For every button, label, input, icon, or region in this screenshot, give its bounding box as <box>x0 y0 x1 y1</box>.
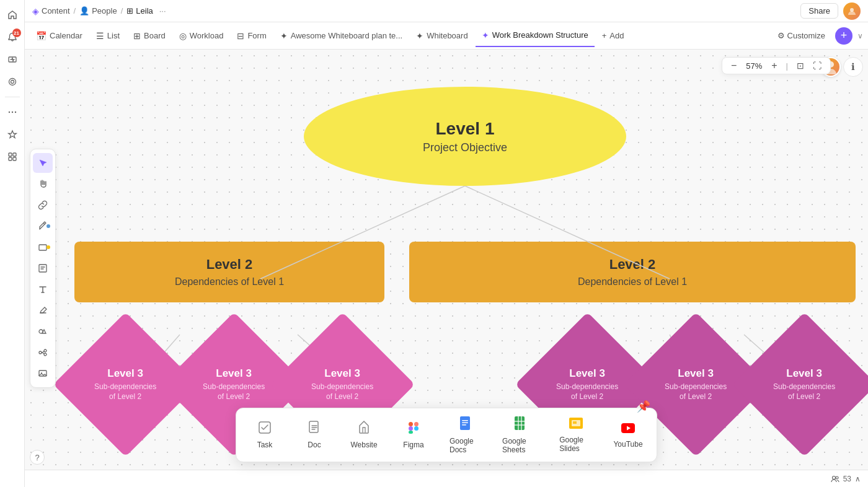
svg-point-33 <box>414 426 418 431</box>
wbs-icon: ✦ <box>482 30 489 40</box>
breadcrumb: ◈ Content / 👤 People / ⊞ Leila ··· <box>32 6 166 16</box>
add-icon: + <box>602 31 607 40</box>
svg-point-5 <box>14 112 16 113</box>
tool-rect[interactable] <box>33 237 53 257</box>
breadcrumb-leila[interactable]: ⊞ Leila <box>126 6 153 15</box>
youtube-embed-label: YouTube <box>613 440 642 449</box>
svg-point-48 <box>832 476 835 479</box>
embed-doc[interactable]: Doc <box>296 418 333 452</box>
breadcrumb-people[interactable]: 👤 People <box>79 6 117 15</box>
tab-board[interactable]: ⊞ Board <box>127 25 172 47</box>
level2-left[interactable]: Level 2 Dependencies of Level 1 <box>74 242 384 302</box>
svg-point-16 <box>44 349 46 352</box>
users-icon <box>831 475 839 483</box>
add-view-tab[interactable]: + + Add Add <box>596 25 631 47</box>
tool-smart[interactable] <box>33 343 53 362</box>
level2-right-subtitle: Dependencies of Level 1 <box>578 276 687 287</box>
breadcrumb-sep-2: / <box>121 6 123 15</box>
level2-right[interactable]: Level 2 Dependencies of Level 1 <box>409 242 856 302</box>
sidebar-item-more[interactable] <box>2 102 22 122</box>
tool-media[interactable] <box>33 364 53 384</box>
tab-awesome-whiteboard[interactable]: ✦ Awesome Whiteboard plan te... <box>274 25 409 47</box>
whiteboard-icon: ✦ <box>416 31 423 41</box>
wbs-diagram: Level 1 Project Objective Level 2 Depend… <box>74 87 856 436</box>
tab-form[interactable]: ⊟ Form <box>231 25 272 47</box>
level1-subtitle: Project Objective <box>423 141 507 154</box>
tool-sticky[interactable] <box>33 258 53 278</box>
rect-dot <box>46 245 50 249</box>
level3-4-sub: Sub-dependenciesof Level 2 <box>556 382 618 401</box>
gdocs-embed-label: Google Docs <box>450 437 480 454</box>
form-icon: ⊟ <box>237 31 244 41</box>
sidebar-item-home[interactable] <box>2 5 22 25</box>
header-more-dots[interactable]: ··· <box>159 6 166 15</box>
gslides-embed-label: Google Slides <box>559 436 592 453</box>
level3-diamond-4-content: Level 3 Sub-dependenciesof Level 2 <box>551 362 623 406</box>
svg-point-4 <box>11 112 12 113</box>
website-embed-label: Website <box>350 441 377 449</box>
embed-google-sheets[interactable]: Google Sheets <box>497 413 542 457</box>
level3-4-title: Level 3 <box>556 367 618 380</box>
sidebar-item-apps[interactable] <box>2 147 22 167</box>
content-icon: ◈ <box>32 6 39 16</box>
zoom-percentage: 57% <box>743 61 765 71</box>
figma-embed-icon <box>407 421 420 438</box>
zoom-out-button[interactable]: − <box>728 60 739 71</box>
status-chevron[interactable]: ∧ <box>855 475 861 483</box>
tool-eraser[interactable] <box>33 301 53 320</box>
sidebar-item-favorites[interactable] <box>2 125 22 144</box>
svg-rect-37 <box>462 423 468 424</box>
embed-google-slides[interactable]: Google Slides <box>554 415 597 455</box>
tabs-chevron[interactable]: ∨ <box>857 32 863 40</box>
tab-workload[interactable]: ◎ Workload <box>173 25 230 47</box>
embed-website[interactable]: Website <box>345 418 383 452</box>
level3-diamond-6[interactable]: Level 3 Sub-dependenciesof Level 2 <box>732 312 868 457</box>
canvas-toolbar <box>30 149 56 388</box>
tool-hand[interactable] <box>33 174 53 194</box>
tab-wbs-label: Work Breakdown Structure <box>492 30 588 40</box>
level1-shape[interactable]: Level 1 Project Objective <box>304 87 626 186</box>
svg-rect-32 <box>409 426 413 431</box>
tab-list[interactable]: ☰ List <box>90 25 126 47</box>
breadcrumb-content[interactable]: ◈ Content <box>32 6 70 16</box>
status-bar: 53 ∧ <box>25 470 868 487</box>
tabs-bar: 📅 Calendar ☰ List ⊞ Board ◎ Workload ⊟ F… <box>25 22 868 50</box>
people-icon: 👤 <box>79 6 89 15</box>
tab-whiteboard[interactable]: ✦ Whiteboard <box>410 25 474 47</box>
help-button[interactable]: ? <box>30 450 45 465</box>
embed-figma[interactable]: Figma <box>395 418 432 452</box>
customize-button[interactable]: ⚙ Customize <box>773 29 830 43</box>
level3-3-title: Level 3 <box>311 367 373 380</box>
breadcrumb-people-label: People <box>92 6 117 15</box>
embed-youtube[interactable]: YouTube <box>609 419 647 451</box>
fit-view-button[interactable]: ⊡ <box>794 61 807 71</box>
tool-shapes[interactable] <box>33 322 53 341</box>
embed-google-docs[interactable]: Google Docs <box>445 413 485 457</box>
tool-pen[interactable] <box>33 216 53 236</box>
customize-label: Customize <box>787 31 825 40</box>
tool-pointer[interactable] <box>33 153 53 173</box>
embed-task[interactable]: Task <box>246 418 283 452</box>
add-view-button[interactable]: + <box>835 27 852 45</box>
user-avatar[interactable] <box>843 2 861 20</box>
sidebar-item-pulse[interactable] <box>2 50 22 69</box>
fullscreen-button[interactable]: ⛶ <box>810 61 824 71</box>
tool-text[interactable] <box>33 279 53 299</box>
level3-diamond-3-content: Level 3 Sub-dependenciesof Level 2 <box>306 362 378 406</box>
tab-wbs[interactable]: ✦ Work Breakdown Structure <box>476 25 595 47</box>
share-button[interactable]: Share <box>800 3 838 19</box>
tab-calendar-label: Calendar <box>50 31 82 40</box>
pin-icon: 📌 <box>637 400 650 413</box>
sidebar-item-goals[interactable] <box>2 72 22 92</box>
notification-badge: 21 <box>12 29 21 37</box>
sidebar-item-notifications[interactable]: 21 <box>2 27 22 47</box>
canvas-area[interactable]: ℹ − 57% + | ⊡ ⛶ <box>25 50 868 487</box>
tool-link[interactable] <box>33 195 53 215</box>
canvas-info-button[interactable]: ℹ <box>843 57 863 77</box>
svg-point-2 <box>11 81 14 84</box>
gsheets-embed-icon <box>513 416 526 434</box>
zoom-in-button[interactable]: + <box>769 60 779 71</box>
website-embed-icon <box>357 421 371 438</box>
tab-calendar[interactable]: 📅 Calendar <box>30 25 89 47</box>
level2-right-title: Level 2 <box>609 257 656 273</box>
